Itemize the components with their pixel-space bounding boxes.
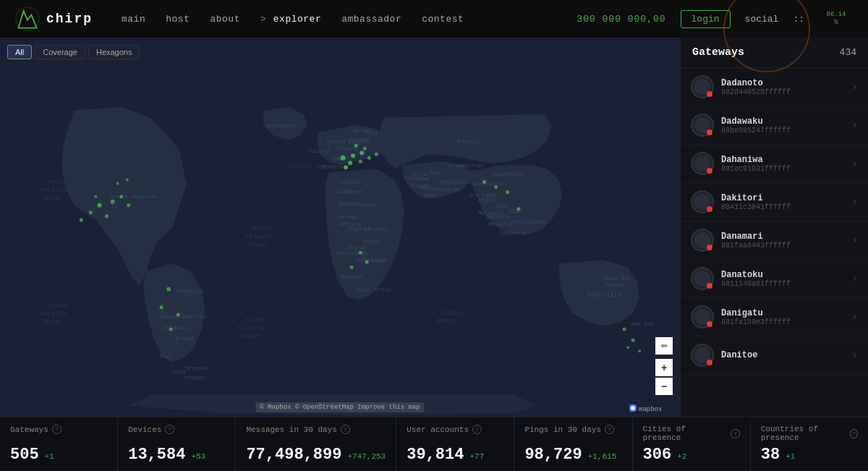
svg-point-108: [482, 180, 486, 184]
svg-text:Tunisia: Tunisia: [338, 179, 359, 185]
stat-value-row: 306 +2: [643, 446, 740, 464]
main-content: All Coverage Hexagons North Pacific Ocea…: [0, 38, 868, 417]
gateway-status-dot: [707, 321, 712, 327]
gateway-chevron-icon: ›: [852, 119, 858, 131]
gateway-item[interactable]: Danatoku 8811149a81ffffff ›: [681, 260, 868, 298]
gateway-item[interactable]: Dakitori 88411c3041ffffff ›: [681, 183, 868, 221]
stat-info-icon[interactable]: ?: [605, 425, 614, 434]
sidebar-list: Dadanoto 882d440525ffffff › Dadawaku 88b…: [681, 68, 868, 417]
nav-ambassador[interactable]: ambassador: [341, 14, 401, 25]
gateway-avatar: [691, 152, 714, 175]
stat-delta: +1: [786, 452, 795, 461]
counter-display: 300 000 000,00: [576, 14, 665, 25]
gateway-avatar: [691, 229, 714, 252]
nav-host[interactable]: host: [166, 14, 190, 25]
stat-value-row: 505 +1: [10, 446, 107, 464]
gateway-avatar: [691, 114, 714, 137]
stat-label: Cities of presence: [643, 425, 727, 442]
svg-text:Ethiopia: Ethiopia: [364, 226, 388, 232]
svg-point-98: [116, 182, 119, 185]
svg-text:Pacific: Pacific: [40, 186, 67, 194]
sidebar-count: 434: [840, 47, 856, 58]
stat-value-row: 77,498,899 +747,253: [246, 446, 386, 464]
stat-info-icon[interactable]: ?: [731, 429, 740, 438]
stat-label: Gateways: [10, 425, 48, 434]
login-button[interactable]: login: [681, 10, 731, 28]
stat-info-icon[interactable]: ?: [52, 425, 61, 434]
stat-label: Messages in 30 days: [246, 425, 336, 434]
svg-text:Yemen: Yemen: [418, 185, 433, 191]
svg-text:Oman: Oman: [424, 192, 436, 198]
svg-text:North: North: [252, 225, 272, 233]
svg-point-81: [341, 156, 346, 161]
svg-point-84: [348, 161, 352, 165]
svg-text:Iran: Iran: [429, 170, 441, 176]
gateway-name: Danigatu: [721, 308, 852, 318]
svg-point-114: [638, 349, 641, 352]
nav-main[interactable]: main: [122, 14, 145, 25]
svg-point-89: [354, 144, 358, 148]
map-zoom-out-button[interactable]: −: [655, 378, 673, 395]
svg-text:Greenland: Greenland: [267, 123, 294, 129]
map-zoom-in-button[interactable]: +: [655, 359, 673, 376]
svg-text:Peru: Peru: [160, 354, 172, 360]
gateway-item[interactable]: Danigatu 881fa159e3ffffff ›: [681, 298, 868, 336]
gateway-name: Dahaniwa: [721, 155, 852, 165]
svg-text:Maldives: Maldives: [478, 211, 503, 216]
svg-text:Paraguay: Paraguay: [183, 365, 208, 370]
svg-text:Greece: Greece: [404, 175, 422, 181]
filter-coverage-button[interactable]: Coverage: [35, 45, 85, 59]
svg-text:Bangladesh: Bangladesh: [473, 181, 503, 187]
gateway-status-dot: [707, 91, 712, 97]
svg-text:Guinea: Guinea: [605, 282, 624, 288]
svg-text:Angola: Angola: [348, 245, 366, 250]
svg-text:Indonesia: Indonesia: [499, 230, 527, 236]
stat-label-row: Pings in 30 days ?: [524, 425, 621, 434]
svg-text:United Kingdom: United Kingdom: [327, 139, 370, 145]
svg-text:Morocco: Morocco: [322, 164, 344, 170]
main-nav: main host about > explorer ambassador co…: [122, 14, 576, 25]
gateway-item[interactable]: Dadanoto 882d440525ffffff ›: [681, 68, 868, 106]
stat-label-row: Messages in 30 days ?: [246, 425, 386, 434]
stat-info-icon[interactable]: ?: [850, 429, 858, 438]
svg-point-85: [344, 165, 348, 169]
gateway-item[interactable]: Danamari 881faa6443ffffff ›: [681, 221, 868, 260]
gateway-info: Danigatu 881fa159e3ffffff: [721, 308, 852, 326]
svg-point-90: [363, 147, 367, 150]
svg-point-99: [126, 178, 129, 181]
svg-text:Kazakhstan: Kazakhstan: [493, 171, 524, 177]
gateway-status-dot: [707, 168, 712, 174]
sidebar: Gateways 434 Dadanoto 882d440525ffffff ›…: [680, 38, 868, 417]
gateway-status-dot: [707, 206, 712, 212]
map-filter-bar: All Coverage Hexagons: [7, 45, 140, 59]
svg-point-104: [169, 328, 173, 331]
gateway-item[interactable]: Danitoe ›: [681, 336, 868, 375]
stats-bar: Gateways ? 505 +1 Devices ? 13,584 +53 M…: [0, 417, 868, 471]
gateway-name: Danitoe: [721, 350, 852, 360]
nav-arrow: >: [260, 14, 266, 25]
nav-contest[interactable]: contest: [422, 14, 464, 25]
map-edit-button[interactable]: ✏: [655, 337, 673, 355]
stat-info-icon[interactable]: ?: [341, 425, 350, 434]
svg-text:Australia: Australia: [587, 291, 622, 299]
stat-value: 39,814: [407, 446, 464, 464]
stat-info-icon[interactable]: ?: [472, 425, 482, 434]
gateway-chevron-icon: ›: [852, 234, 858, 246]
sidebar-header: Gateways 434: [681, 38, 868, 68]
svg-point-91: [97, 203, 101, 208]
gateway-avatar: [691, 190, 714, 213]
stat-info-icon[interactable]: ?: [165, 425, 174, 434]
stat-delta: +53: [191, 452, 205, 461]
filter-hexagons-button[interactable]: Hexagons: [88, 45, 140, 59]
nav-explorer[interactable]: explorer: [273, 14, 321, 25]
map-container: All Coverage Hexagons North Pacific Ocea…: [0, 38, 680, 417]
gateway-item[interactable]: Dadawaku 88be085247ffffff ›: [681, 106, 868, 145]
svg-point-95: [80, 218, 83, 221]
gateway-address: 881fa159e3ffffff: [721, 318, 852, 326]
filter-all-button[interactable]: All: [7, 45, 32, 59]
svg-text:Philippines: Philippines: [511, 219, 545, 225]
nav-about[interactable]: about: [210, 14, 240, 25]
gateway-item[interactable]: Dahaniwa 881ec91031ffffff ›: [681, 145, 868, 183]
gateway-address: 882d440525ffffff: [721, 88, 852, 96]
svg-text:Russia: Russia: [456, 137, 480, 145]
